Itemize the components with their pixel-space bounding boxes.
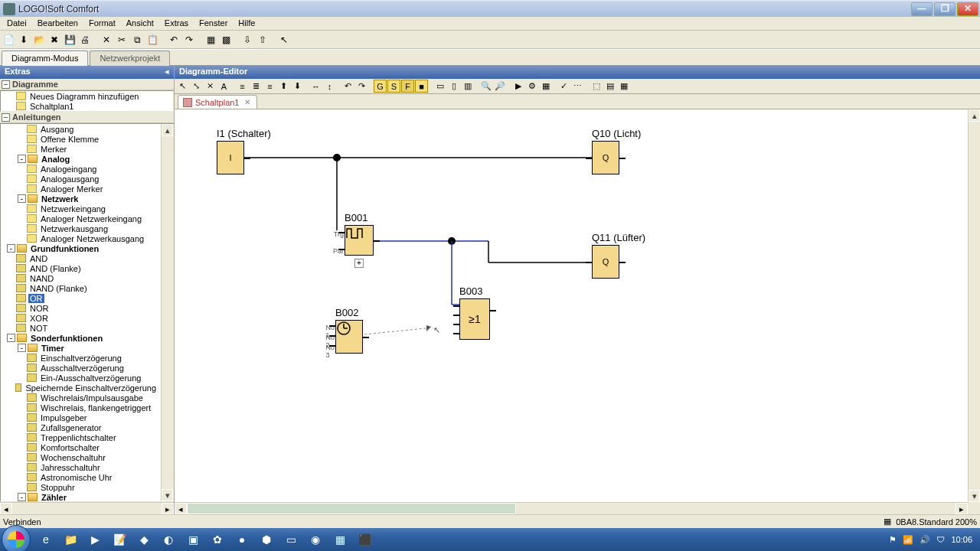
tree-item[interactable]: Schaltplan1: [1, 101, 173, 111]
tree-anleitungen[interactable]: AusgangOffene KlemmeMerker-AnalogAnaloge…: [0, 123, 174, 502]
check-icon[interactable]: ✓: [557, 80, 570, 93]
block-b003[interactable]: B003 ≥1: [459, 285, 490, 340]
tree-item[interactable]: Analoger Merker: [1, 184, 161, 194]
start-button[interactable]: [2, 525, 31, 551]
editor-vscroll[interactable]: ▴ ▾: [968, 109, 980, 502]
dist-v-icon[interactable]: ↕: [323, 80, 336, 93]
scroll-right2-icon[interactable]: ▸: [956, 503, 968, 514]
layout1-icon[interactable]: ▦: [204, 33, 217, 47]
menu-ansicht[interactable]: Ansicht: [121, 17, 159, 30]
maintab-diagramm-modus[interactable]: Diagramm-Modus: [2, 51, 88, 66]
minimize-button[interactable]: —: [911, 2, 933, 16]
tree-item[interactable]: Astronomische Uhr: [1, 472, 161, 482]
tree-item[interactable]: -Grundfunktionen: [1, 243, 161, 253]
scroll-up-icon[interactable]: ▴: [162, 124, 173, 136]
tree-item[interactable]: Treppenlichtschalter: [1, 432, 161, 442]
sim-icon[interactable]: ▶: [511, 80, 524, 93]
scroll-down-icon[interactable]: ▾: [969, 490, 980, 502]
conv1-icon[interactable]: ⬚: [590, 80, 603, 93]
tray-net-icon[interactable]: 📶: [903, 535, 913, 545]
tree-item[interactable]: Neues Diagramm hinzufügen: [1, 91, 173, 101]
toggle-icon[interactable]: -: [7, 334, 15, 342]
collapse-icon[interactable]: –: [2, 113, 10, 122]
menu-datei[interactable]: Datei: [2, 17, 32, 30]
explorer-icon[interactable]: 📁: [60, 531, 81, 548]
download-icon[interactable]: ⬇: [17, 33, 31, 47]
tree-item[interactable]: Wochenschaltuhr: [1, 452, 161, 462]
system-tray[interactable]: ⚑ 📶 🔊 🛡 10:06: [883, 535, 978, 545]
page3-icon[interactable]: ▥: [461, 80, 474, 93]
print-icon[interactable]: 🖨: [78, 33, 92, 47]
block-q10[interactable]: Q10 (Licht) Q: [592, 128, 641, 174]
tab-close-icon[interactable]: ✕: [243, 98, 252, 106]
tree-item[interactable]: Stoppuhr: [1, 482, 161, 492]
tree-item[interactable]: NAND: [1, 273, 161, 283]
delete-icon[interactable]: ✕: [100, 33, 113, 47]
transfer-down-icon[interactable]: ⇩: [240, 33, 254, 47]
tree-item[interactable]: -Analog: [1, 154, 161, 164]
block-q11[interactable]: Q11 (Lüfter) Q: [592, 232, 645, 279]
section-anleitungen[interactable]: –Anleitungen: [0, 112, 174, 123]
app5-icon[interactable]: ●: [231, 531, 253, 548]
pointer-icon[interactable]: ↖: [277, 33, 291, 47]
page1-icon[interactable]: ▭: [433, 80, 446, 93]
app7-icon[interactable]: ▭: [280, 531, 302, 548]
tree-item[interactable]: Analogeingang: [1, 164, 161, 174]
tree-diagramme[interactable]: Neues Diagramm hinzufügenSchaltplan1: [0, 90, 174, 112]
tree-item[interactable]: NAND (Flanke): [1, 283, 161, 293]
align-right-icon[interactable]: ≡: [263, 80, 276, 93]
layout2-icon[interactable]: ▩: [219, 33, 233, 47]
app9-icon[interactable]: ▦: [329, 531, 351, 548]
align-center-icon[interactable]: ≣: [250, 80, 263, 93]
expand-icon[interactable]: +: [354, 259, 364, 268]
transfer-up-icon[interactable]: ⇧: [256, 33, 270, 47]
tree-item[interactable]: -Zähler: [1, 492, 161, 502]
connect-tool-icon[interactable]: ⤡: [190, 80, 203, 93]
block-i1[interactable]: I1 (Schalter) I: [217, 128, 271, 174]
menu-bearbeiten[interactable]: Bearbeiten: [32, 17, 83, 30]
tree-item[interactable]: -Netzwerk: [1, 194, 161, 204]
cut-conn-icon[interactable]: ⨯: [204, 80, 217, 93]
tree-item[interactable]: Netzwerkeingang: [1, 204, 161, 214]
tree-hscroll[interactable]: ◂ ▸: [0, 502, 174, 514]
app3-icon[interactable]: ▣: [182, 531, 204, 548]
tree-item[interactable]: -Sonderfunktionen: [1, 333, 161, 343]
cut-icon[interactable]: ✂: [115, 33, 129, 47]
align-left-icon[interactable]: ≡: [236, 80, 249, 93]
maintab-netzwerkprojekt[interactable]: Netzwerkprojekt: [90, 51, 170, 66]
tray-clock[interactable]: 10:06: [951, 535, 972, 544]
menu-fenster[interactable]: Fenster: [194, 17, 233, 30]
page2-icon[interactable]: ▯: [447, 80, 460, 93]
app1-icon[interactable]: ◆: [133, 531, 155, 548]
zoom-out-icon[interactable]: 🔎: [493, 80, 506, 93]
props-icon[interactable]: ⋯: [571, 80, 584, 93]
tray-flag-icon[interactable]: ⚑: [889, 535, 897, 545]
select-tool-icon[interactable]: ↖: [176, 80, 189, 93]
tree-item[interactable]: Zufallsgenerator: [1, 422, 161, 432]
tree-item[interactable]: -Timer: [1, 343, 161, 353]
hscroll-thumb[interactable]: [187, 503, 516, 514]
section-diagramme[interactable]: –Diagramme: [0, 79, 174, 90]
tree-item[interactable]: Ausgang: [1, 124, 161, 134]
editor-hscroll[interactable]: ◂ ▸: [175, 502, 968, 514]
new-icon[interactable]: 📄: [2, 33, 15, 47]
maximize-button[interactable]: ❐: [934, 2, 956, 16]
tree-item[interactable]: AND: [1, 253, 161, 263]
app4-icon[interactable]: ✿: [207, 531, 228, 548]
redo-icon[interactable]: ↷: [182, 33, 196, 47]
sf2-icon[interactable]: F: [401, 80, 414, 93]
block-b001[interactable]: B001 Trg Par +: [345, 212, 374, 268]
tray-shield-icon[interactable]: 🛡: [936, 535, 945, 544]
undo-icon[interactable]: ↶: [167, 33, 181, 47]
tray-vol-icon[interactable]: 🔊: [920, 535, 930, 545]
online-icon[interactable]: ⚙: [525, 80, 538, 93]
tree-item[interactable]: Komfortschalter: [1, 442, 161, 452]
block-b002[interactable]: B002 No 1 No 2 No 3: [335, 307, 363, 354]
copy-icon[interactable]: ⧉: [130, 33, 144, 47]
tree-item[interactable]: NOT: [1, 323, 161, 333]
notes-icon[interactable]: 📝: [109, 531, 130, 548]
tree-item[interactable]: Analogausgang: [1, 174, 161, 184]
gf-icon[interactable]: G: [374, 80, 387, 93]
app10-icon[interactable]: ⬛: [354, 531, 375, 548]
scroll-right-icon[interactable]: ▸: [162, 503, 174, 514]
